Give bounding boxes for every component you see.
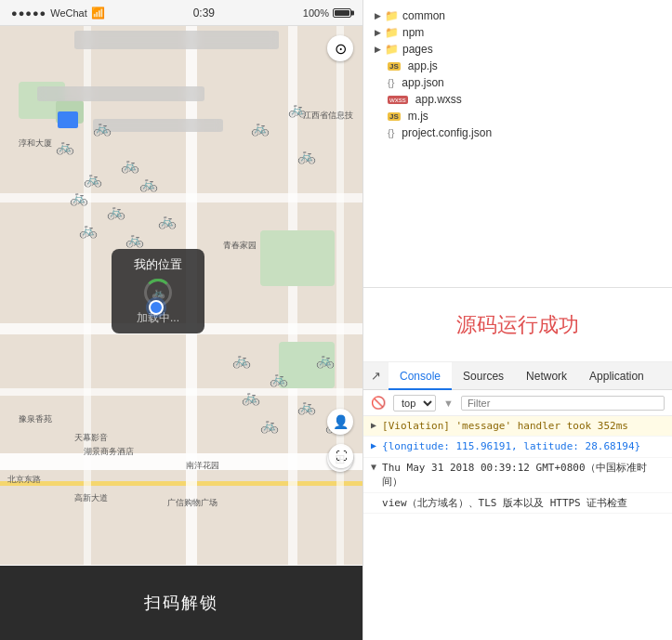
date-text: Thu May 31 2018 00:39:12 GMT+0800（中国标准时间… xyxy=(382,461,665,490)
label-qingchun-home: 青春家园 xyxy=(223,240,257,252)
tree-item-label: m.js xyxy=(408,110,428,123)
js-icon: JS xyxy=(388,112,401,121)
collapse-arrow-icon-2[interactable]: ▼ xyxy=(371,462,376,472)
label-yuquan: 豫泉香苑 xyxy=(19,413,52,425)
bike-8: 🚲 xyxy=(79,221,98,239)
dropdown-arrow-icon: ▼ xyxy=(443,398,454,409)
wxss-icon: wxss xyxy=(388,96,408,104)
blur-top-1 xyxy=(74,31,279,49)
phone-panel: ●●●●● WeChat 📶 0:39 100% xyxy=(0,0,362,640)
level-select[interactable]: top xyxy=(393,395,436,411)
filter-icon: 🚫 xyxy=(371,396,386,410)
label-tianmu: 天幕影音 xyxy=(74,432,108,444)
bike-12: 🚲 xyxy=(288,100,307,118)
road-h5 xyxy=(0,388,362,396)
expand-arrow-icon[interactable]: ▶ xyxy=(371,440,376,451)
label-jiangxi-info: 江西省信息技 xyxy=(303,110,353,122)
tree-item-npm[interactable]: ▶ 📁 npm xyxy=(375,24,661,41)
bike-6: 🚲 xyxy=(139,175,158,192)
bike-7: 🚲 xyxy=(107,202,125,220)
map-layers-btn[interactable]: ⊙ xyxy=(327,35,353,61)
bike-3: 🚲 xyxy=(121,156,139,174)
bike-10: 🚲 xyxy=(158,212,177,229)
bike-16: 🚲 xyxy=(242,388,260,406)
tab-application[interactable]: Application xyxy=(578,362,655,390)
label-gaoxin-ave: 高新大道 xyxy=(74,492,108,504)
blur-top-3 xyxy=(93,119,223,132)
tree-item-label: app.js xyxy=(408,59,438,72)
status-right: 100% xyxy=(303,7,351,19)
tls-text: view（北方域名）、TLS 版本以及 HTTPS 证书检查 xyxy=(382,496,627,510)
carrier-label: WeChat xyxy=(50,7,87,19)
bike-4: 🚲 xyxy=(84,170,102,188)
label-hujing-hotel: 湖景商务酒店 xyxy=(84,446,134,458)
console-line-violation: ▶ [Violation] 'message' handler took 352… xyxy=(363,416,672,437)
json-icon: {} xyxy=(388,127,394,138)
road-h1 xyxy=(0,481,362,486)
bike-15: 🚲 xyxy=(270,370,288,387)
bike-18: 🚲 xyxy=(260,416,279,434)
success-message: 源码运行成功 xyxy=(456,311,579,339)
tab-sources[interactable]: Sources xyxy=(452,362,515,390)
tree-item-label: common xyxy=(402,9,445,22)
coords-text: {longitude: 115.96191, latitude: 28.6819… xyxy=(382,439,640,453)
label-beijing-east-rd: 北京东路 xyxy=(7,474,41,486)
console-line-tls: ▶ view（北方域名）、TLS 版本以及 HTTPS 证书检查 xyxy=(363,493,672,514)
road-v3 xyxy=(84,26,91,565)
signal-dots: ●●●●● xyxy=(11,7,46,19)
collapse-arrow-icon[interactable]: ▶ xyxy=(371,420,376,430)
bike-2: 🚲 xyxy=(56,137,74,155)
tree-item-appwxss[interactable]: wxss app.wxss xyxy=(375,91,661,108)
tree-item-label: pages xyxy=(402,43,433,56)
bike-14: 🚲 xyxy=(232,351,251,369)
console-messages: ▶ [Violation] 'message' handler took 352… xyxy=(363,416,672,640)
battery-pct: 100% xyxy=(303,7,329,19)
location-popup: 我的位置 🚲 加载中... xyxy=(112,249,204,333)
bike-13: 🚲 xyxy=(297,147,316,164)
blur-top-2 xyxy=(37,86,204,101)
status-left: ●●●●● WeChat 📶 xyxy=(11,7,105,20)
time-display: 0:39 xyxy=(193,7,215,20)
map-area[interactable]: 北京东路 高新大道 广信购物广场 湖景商务酒店 南洋花园 青春家园 天幕影音 豫… xyxy=(0,26,362,565)
file-tree: ▶ 📁 common ▶ 📁 npm ▶ 📁 pages JS app.js {… xyxy=(363,0,672,288)
arrow-icon: ▶ xyxy=(375,45,381,54)
map-user-btn[interactable]: 👤 xyxy=(327,409,353,435)
tree-item-projectjson[interactable]: {} project.config.json xyxy=(375,124,661,141)
green-4 xyxy=(260,230,335,286)
tree-item-label: app.json xyxy=(402,76,443,89)
console-filter-bar: 🚫 top ▼ xyxy=(363,390,672,416)
tree-item-appjson[interactable]: {} app.json xyxy=(375,74,661,91)
map-settings-btn[interactable]: ⛶ xyxy=(329,444,353,468)
console-line-coords: ▶ {longitude: 115.96191, latitude: 28.68… xyxy=(363,437,672,457)
bike-11: 🚲 xyxy=(251,119,270,137)
js-icon: JS xyxy=(388,62,401,71)
scan-unlock-button[interactable]: 扫码解锁 xyxy=(144,592,218,614)
console-line-date: ▼ Thu May 31 2018 00:39:12 GMT+0800（中国标准… xyxy=(363,458,672,493)
tree-item-appjs[interactable]: JS app.js xyxy=(375,58,661,74)
violation-text: [Violation] 'message' handler took 352ms xyxy=(382,419,628,433)
tree-item-common[interactable]: ▶ 📁 common xyxy=(375,7,661,24)
bike-9: 🚲 xyxy=(125,230,144,248)
arrow-icon: ▶ xyxy=(375,28,381,37)
filter-input[interactable] xyxy=(461,396,665,411)
bike-5: 🚲 xyxy=(70,189,88,206)
bike-17: 🚲 xyxy=(297,398,316,415)
success-area: 源码运行成功 xyxy=(363,288,672,362)
tab-network[interactable]: Network xyxy=(515,362,578,390)
folder-icon: 📁 xyxy=(385,43,399,56)
tree-item-label: project.config.json xyxy=(402,126,492,139)
battery-icon xyxy=(333,8,351,18)
location-marker xyxy=(149,300,164,315)
road-h2 xyxy=(0,453,362,470)
tree-item-mjs[interactable]: JS m.js xyxy=(375,108,661,124)
arrow-icon: ▶ xyxy=(375,11,381,20)
tree-item-pages[interactable]: ▶ 📁 pages xyxy=(375,41,661,58)
folder-icon: 📁 xyxy=(385,26,399,39)
tab-console-icon: ↗ xyxy=(363,362,389,390)
blue-accent xyxy=(58,111,78,128)
status-bar: ●●●●● WeChat 📶 0:39 100% xyxy=(0,0,362,26)
json-icon: {} xyxy=(388,77,394,88)
tab-console[interactable]: Console xyxy=(389,362,452,390)
popup-title: 我的位置 xyxy=(125,256,191,273)
label-nanyang-garden: 南洋花园 xyxy=(186,460,219,472)
